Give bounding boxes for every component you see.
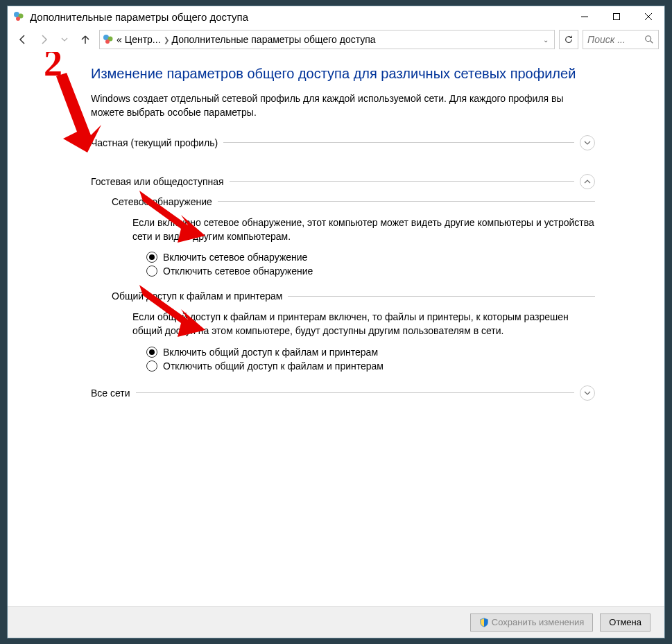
subsection-sharing-header: Общий доступ к файлам и принтерам	[112, 290, 595, 302]
radio-sharing-on[interactable]: Включить общий доступ к файлам и принтер…	[146, 347, 595, 358]
subsection-discovery: Сетевое обнаружение Если включено сетево…	[112, 196, 595, 277]
section-all-label: Все сети	[91, 388, 130, 399]
discovery-description: Если включено сетевое обнаружение, этот …	[112, 216, 595, 244]
radio-icon	[146, 252, 157, 263]
subsection-discovery-header: Сетевое обнаружение	[112, 196, 595, 207]
svg-point-9	[105, 40, 110, 44]
forward-button[interactable]	[34, 30, 53, 49]
maximize-button[interactable]	[601, 6, 632, 27]
recent-dropdown[interactable]	[55, 30, 74, 49]
radio-discovery-off[interactable]: Отключить сетевое обнаружение	[146, 266, 595, 277]
titlebar: Дополнительные параметры общего доступа	[8, 6, 664, 27]
svg-point-2	[16, 17, 20, 21]
annotation-number: 2	[44, 52, 62, 85]
network-sharing-icon	[103, 34, 114, 45]
section-guest-label: Гостевая или общедоступная	[91, 176, 224, 187]
minimize-button[interactable]	[569, 6, 601, 27]
network-sharing-icon	[13, 11, 24, 22]
content-area: 2 Изменение параметров общего доступа дл…	[8, 52, 664, 606]
radio-sharing-on-label: Включить общий доступ к файлам и принтер…	[163, 347, 378, 358]
breadcrumb-prefix: «	[117, 34, 122, 45]
radio-discovery-on[interactable]: Включить сетевое обнаружение	[146, 252, 595, 263]
radio-icon	[146, 360, 157, 372]
search-input[interactable]	[587, 34, 636, 45]
section-guest-body: Сетевое обнаружение Если включено сетево…	[91, 196, 595, 372]
section-guest-header[interactable]: Гостевая или общедоступная	[91, 174, 595, 189]
navbar: « Центр... ❯ Дополнительные параметры об…	[8, 27, 664, 52]
section-private-header[interactable]: Частная (текущий профиль)	[91, 135, 595, 150]
radio-icon	[146, 266, 157, 277]
footer: Сохранить изменения Отмена	[8, 606, 664, 638]
save-button[interactable]: Сохранить изменения	[470, 613, 594, 632]
search-box[interactable]	[583, 30, 659, 49]
back-button[interactable]	[13, 30, 33, 49]
section-private-label: Частная (текущий профиль)	[91, 137, 218, 148]
settings-window: Дополнительные параметры общего доступа …	[7, 6, 665, 638]
subsection-sharing: Общий доступ к файлам и принтерам Если о…	[112, 290, 595, 372]
radio-discovery-off-label: Отключить сетевое обнаружение	[163, 266, 313, 277]
discovery-title: Сетевое обнаружение	[112, 196, 212, 207]
up-button[interactable]	[76, 30, 95, 49]
svg-line-11	[651, 41, 653, 44]
breadcrumb-separator-icon: ❯	[164, 36, 169, 44]
page-title: Изменение параметров общего доступа для …	[91, 66, 595, 82]
address-dropdown-icon[interactable]: ⌄	[540, 36, 551, 44]
close-button[interactable]	[632, 6, 664, 27]
radio-icon	[146, 347, 157, 358]
window-title: Дополнительные параметры общего доступа	[30, 11, 569, 23]
breadcrumb-item-1[interactable]: Центр...	[125, 34, 161, 45]
chevron-down-icon	[580, 385, 595, 401]
chevron-down-icon	[580, 135, 595, 150]
save-button-label: Сохранить изменения	[492, 617, 585, 627]
search-icon	[644, 35, 654, 44]
page-description: Windows создает отдельный сетевой профил…	[91, 92, 595, 120]
address-bar[interactable]: « Центр... ❯ Дополнительные параметры об…	[99, 30, 555, 49]
section-all-header[interactable]: Все сети	[91, 385, 595, 401]
cancel-button[interactable]: Отмена	[600, 613, 651, 632]
refresh-button[interactable]	[559, 30, 578, 49]
shield-icon	[479, 618, 489, 627]
svg-rect-4	[614, 14, 620, 20]
radio-discovery-on-label: Включить сетевое обнаружение	[163, 252, 307, 263]
radio-sharing-off[interactable]: Отключить общий доступ к файлам и принте…	[146, 360, 595, 372]
sharing-description: Если общий доступ к файлам и принтерам в…	[112, 310, 595, 338]
radio-sharing-off-label: Отключить общий доступ к файлам и принте…	[163, 360, 384, 372]
cancel-button-label: Отмена	[609, 617, 641, 627]
sharing-title: Общий доступ к файлам и принтерам	[112, 290, 282, 302]
breadcrumb-item-2[interactable]: Дополнительные параметры общего доступа	[172, 34, 376, 45]
svg-point-10	[646, 36, 651, 42]
chevron-up-icon	[580, 174, 595, 189]
